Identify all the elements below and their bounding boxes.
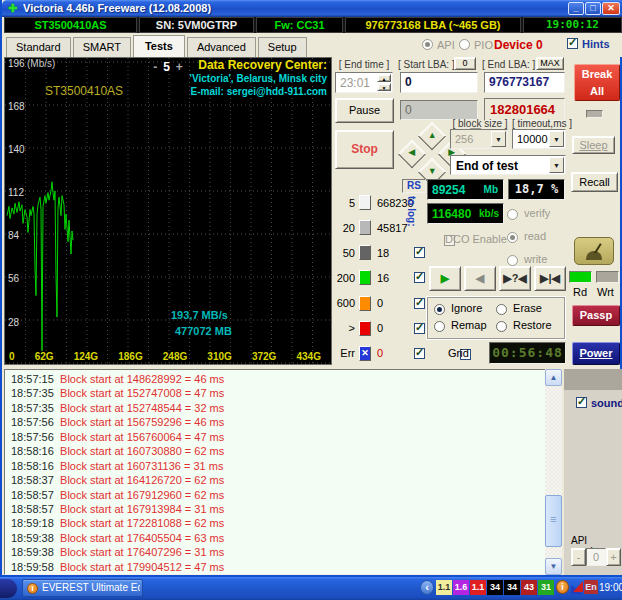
tray-info-icon[interactable]: i: [556, 580, 569, 594]
graph-zoom-in-button[interactable]: +: [176, 61, 183, 73]
close-button[interactable]: ✕: [602, 2, 620, 15]
tab-bar: StandardSMARTTestsAdvancedSetup API PIO …: [4, 33, 622, 57]
banner-location: 'Victoria', Belarus, Minsk city: [190, 72, 327, 85]
tray-badge[interactable]: 34: [487, 580, 503, 595]
tray-badge[interactable]: 1.6: [453, 580, 469, 595]
counter-log-checkbox[interactable]: [414, 247, 425, 258]
screen: ✚ Victoria 4.46b Freeware (12.08.2008) _…: [0, 0, 622, 600]
counter-threshold-label: 20: [335, 222, 355, 234]
dropdown-arrow-icon[interactable]: ▼: [491, 131, 506, 147]
hints-checkbox[interactable]: [567, 38, 578, 49]
counter-log-checkbox[interactable]: [414, 298, 425, 309]
recall-button[interactable]: Recall: [571, 172, 618, 192]
start-lba-label: [ Start LBA: ]: [398, 59, 454, 70]
block-size-value: 256: [455, 133, 473, 145]
rs-button[interactable]: RS: [402, 179, 426, 193]
speed-unit: kb/s: [479, 208, 499, 219]
seek-left-button[interactable]: ◀: [398, 140, 426, 168]
wrt-label: Wrt: [597, 286, 614, 298]
tray-badge[interactable]: 43: [521, 580, 537, 595]
task-button-everest[interactable]: i EVEREST Ultimate Edi...: [22, 579, 143, 597]
break-all-button[interactable]: Break All: [574, 64, 620, 101]
y-axis-label: 56: [8, 273, 25, 316]
counter-log-checkbox[interactable]: [414, 272, 425, 283]
counter-log-checkbox[interactable]: [414, 348, 425, 359]
scroll-thumb[interactable]: [545, 495, 562, 547]
gauge-icon[interactable]: [574, 237, 614, 265]
counter-log-checkbox[interactable]: [414, 323, 425, 334]
log-row: 18:58:57 Block start at 167912960 = 62 m…: [5, 488, 561, 502]
scroll-up-button[interactable]: ▲: [545, 369, 562, 386]
pio-radio[interactable]: [459, 39, 470, 50]
mode-radio[interactable]: [507, 232, 518, 243]
transport-button[interactable]: ◀: [464, 266, 496, 291]
counter-threshold-label: 600: [335, 297, 355, 309]
api-minus-button[interactable]: -: [571, 548, 586, 566]
start-lba-reset-button[interactable]: 0: [454, 57, 476, 70]
defect-radio[interactable]: [496, 321, 507, 332]
spin-down-icon[interactable]: ▼: [377, 83, 391, 91]
api-plus-button[interactable]: +: [606, 548, 621, 566]
defect-option: Ignore: [434, 302, 496, 319]
sound-checkbox[interactable]: [576, 397, 587, 408]
timeout-select[interactable]: 10000 ▼: [512, 129, 566, 149]
tray-collapse-chevron-icon[interactable]: ‹: [420, 580, 434, 595]
log-scrollbar[interactable]: ▲ ▼: [545, 369, 562, 575]
block-size-select[interactable]: 256 ▼: [450, 129, 508, 149]
tray-language-badge[interactable]: En: [584, 580, 598, 594]
action-select[interactable]: End of test ▼: [450, 155, 566, 175]
start-lba-input[interactable]: 0: [400, 72, 478, 93]
end-lba-max-button[interactable]: MAX: [536, 57, 564, 70]
device-label[interactable]: Device 0: [494, 38, 543, 52]
tab[interactable]: Standard: [6, 37, 71, 58]
pause-button[interactable]: Pause: [335, 98, 394, 123]
log-message: Block start at 148628992 = 46 ms: [60, 373, 224, 385]
tray-pen-icon[interactable]: [571, 581, 583, 594]
tray-badge[interactable]: 34: [504, 580, 520, 595]
transport-button[interactable]: ▶?◀: [499, 266, 531, 291]
graph-zoom-out-button[interactable]: -: [153, 61, 157, 73]
defect-radio[interactable]: [434, 321, 445, 332]
seek-up-button[interactable]: ▲: [418, 122, 446, 150]
log-time: 18:59:38: [5, 545, 57, 559]
dropdown-arrow-icon[interactable]: ▼: [549, 157, 564, 173]
tray-badge[interactable]: 31: [538, 580, 554, 595]
tab[interactable]: Setup: [258, 37, 307, 58]
tab[interactable]: SMART: [73, 37, 131, 58]
mb-display: 89254 Mb: [427, 179, 504, 200]
stop-button[interactable]: Stop: [335, 130, 394, 169]
scroll-down-button[interactable]: ▼: [545, 558, 562, 575]
drive-firmware-display: Fw: CC31: [256, 17, 343, 33]
tab[interactable]: Advanced: [187, 37, 256, 58]
defect-label: Ignore: [451, 302, 482, 314]
defect-radio[interactable]: [496, 304, 507, 315]
dropdown-arrow-icon[interactable]: ▼: [549, 131, 564, 147]
log-row: 18:59:38 Block start at 176407296 = 31 m…: [5, 545, 561, 559]
end-time-label: [ End time ]: [335, 59, 393, 70]
transport-button[interactable]: ▶: [429, 266, 461, 291]
passp-button[interactable]: Passp: [572, 305, 620, 326]
tray-badge[interactable]: 1.1: [436, 580, 452, 595]
log-time: 18:57:56: [5, 430, 57, 444]
sleep-button[interactable]: Sleep: [572, 136, 615, 154]
arrow-up-icon: ▲: [428, 130, 437, 140]
mode-radio[interactable]: [507, 209, 518, 220]
start-button-fragment[interactable]: [0, 579, 17, 598]
tray-badge[interactable]: 1.1: [470, 580, 486, 595]
minimize-button[interactable]: _: [568, 2, 584, 15]
maximize-button[interactable]: □: [585, 2, 601, 15]
log-area[interactable]: 18:57:15 Block start at 148628992 = 46 m…: [4, 369, 562, 575]
transport-button[interactable]: ▶|◀: [534, 266, 566, 291]
mode-radio[interactable]: [507, 255, 518, 266]
api-radio[interactable]: [422, 39, 433, 50]
spin-up-icon[interactable]: ▲: [377, 74, 391, 82]
wrt-led: [596, 271, 619, 283]
defect-radio[interactable]: [434, 304, 445, 315]
end-time-spinner[interactable]: 23:01 ▲ ▼: [335, 72, 393, 93]
end-lba-label: [ End LBA: ]: [482, 59, 534, 70]
power-button[interactable]: Power: [572, 342, 620, 365]
to-log-label: to log:: [406, 196, 417, 227]
tab[interactable]: Tests: [133, 35, 185, 58]
log-message: Block start at 176405504 = 63 ms: [60, 532, 224, 544]
end-lba-input[interactable]: 976773167: [484, 72, 565, 93]
